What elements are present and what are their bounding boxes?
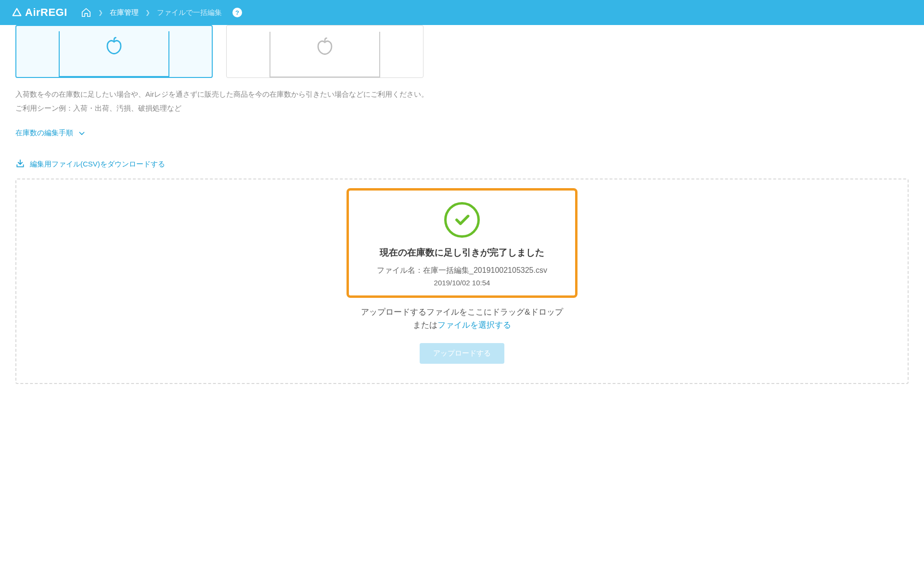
drop-instruction: アップロードするファイルをここにドラッグ&ドロップ — [26, 307, 898, 318]
logo-text: AirREGI — [25, 6, 67, 19]
file-select-link[interactable]: ファイルを選択する — [437, 320, 511, 330]
option-cards-row — [15, 25, 909, 78]
breadcrumb-separator-icon: ❯ — [145, 9, 150, 16]
home-icon[interactable] — [81, 7, 91, 18]
breadcrumb-current: ファイルで一括編集 — [157, 8, 222, 17]
logo[interactable]: AirREGI — [12, 6, 67, 19]
apple-icon — [315, 36, 335, 56]
expand-link-label: 在庫数の編集手順 — [15, 128, 73, 138]
main-content: 入荷数を今の在庫数に足したい場合や、Airレジを通さずに販売した商品を今の在庫数… — [0, 25, 924, 403]
drop-or-prefix: または — [413, 320, 437, 330]
app-header: AirREGI ❯ 在庫管理 ❯ ファイルで一括編集 ? — [0, 0, 924, 25]
success-title: 現在の在庫数に足し引きが完了しました — [358, 246, 566, 259]
description-text: 入荷数を今の在庫数に足したい場合や、Airレジを通さずに販売した商品を今の在庫数… — [15, 88, 909, 115]
breadcrumb-separator-icon: ❯ — [98, 9, 103, 16]
expand-edit-procedure[interactable]: 在庫数の編集手順 — [15, 128, 86, 138]
option-card-inactive[interactable] — [226, 25, 424, 78]
drop-instruction-alt: またはファイルを選択する — [26, 319, 898, 331]
description-line2: ご利用シーン例：入荷・出荷、汚損、破損処理など — [15, 102, 909, 115]
download-link-label: 編集用ファイル(CSV)をダウンロードする — [30, 160, 165, 169]
success-check-icon — [444, 202, 480, 238]
upload-success-box: 現在の在庫数に足し引きが完了しました ファイル名：在庫一括編集_20191002… — [346, 188, 578, 298]
chevron-down-icon — [78, 129, 86, 137]
upload-drop-zone[interactable]: 現在の在庫数に足し引きが完了しました ファイル名：在庫一括編集_20191002… — [15, 179, 909, 384]
breadcrumb: ❯ 在庫管理 ❯ ファイルで一括編集 ? — [81, 7, 242, 18]
success-filename: ファイル名：在庫一括編集_20191002105325.csv — [358, 266, 566, 276]
upload-button[interactable]: アップロードする — [420, 343, 504, 364]
logo-icon — [12, 7, 22, 18]
apple-icon — [104, 35, 124, 55]
option-card-active[interactable] — [15, 25, 213, 78]
success-timestamp: 2019/10/02 10:54 — [358, 279, 566, 287]
card-box-icon — [270, 32, 380, 77]
description-line1: 入荷数を今の在庫数に足したい場合や、Airレジを通さずに販売した商品を今の在庫数… — [15, 88, 909, 102]
card-box-icon — [59, 31, 169, 77]
breadcrumb-inventory[interactable]: 在庫管理 — [110, 8, 139, 17]
download-csv-link[interactable]: 編集用ファイル(CSV)をダウンロードする — [15, 159, 165, 170]
help-icon[interactable]: ? — [232, 8, 242, 17]
download-icon — [15, 159, 25, 170]
